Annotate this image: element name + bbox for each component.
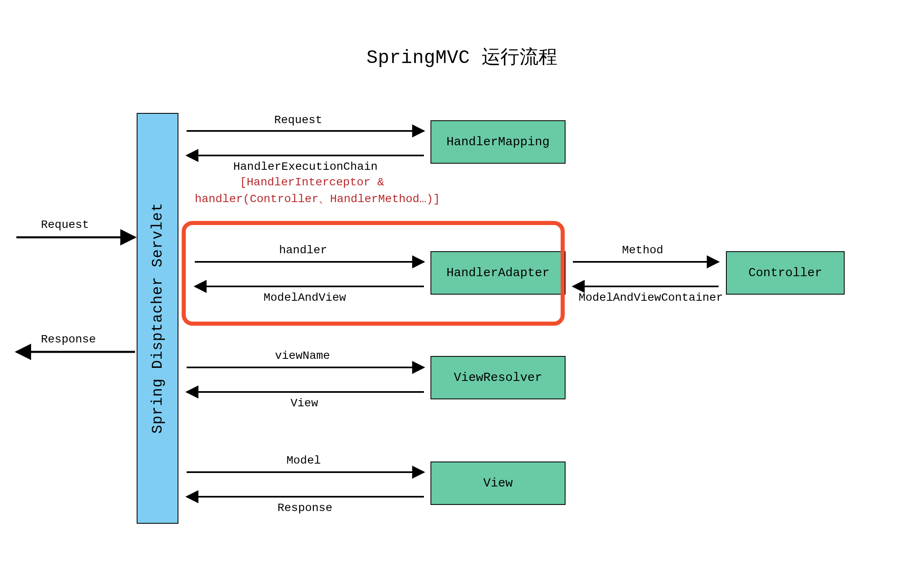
label-ext-request: Request: [41, 218, 89, 231]
label-method: Method: [622, 244, 663, 257]
box-view: View: [430, 462, 566, 505]
dispatcher-label: Spring Disptacher Servlet: [149, 203, 166, 434]
box-view-resolver: ViewResolver: [430, 356, 566, 399]
label-handler: handler: [279, 244, 327, 257]
label-response: Response: [277, 502, 332, 514]
label-mav-container: ModelAndViewContainer: [579, 291, 723, 304]
label-view-name: viewName: [275, 349, 330, 362]
diagram-title: SpringMVC 运行流程: [0, 44, 924, 70]
box-handler-mapping: HandlerMapping: [430, 120, 566, 164]
label-ext-response: Response: [41, 333, 96, 346]
label-handler-controller: handler(Controller、HandlerMethod…)]: [195, 191, 440, 206]
box-handler-adapter: HandlerAdapter: [430, 251, 566, 295]
label-model: Model: [286, 454, 321, 467]
box-controller: Controller: [726, 251, 845, 295]
label-view-return: View: [291, 397, 318, 410]
label-model-and-view: ModelAndView: [264, 291, 346, 304]
label-request: Request: [274, 114, 322, 126]
box-dispatcher-servlet: Spring Disptacher Servlet: [137, 113, 178, 524]
label-interceptor: [HandlerInterceptor &: [240, 176, 384, 189]
label-handler-execution-chain: HandlerExecutionChain: [233, 160, 378, 173]
